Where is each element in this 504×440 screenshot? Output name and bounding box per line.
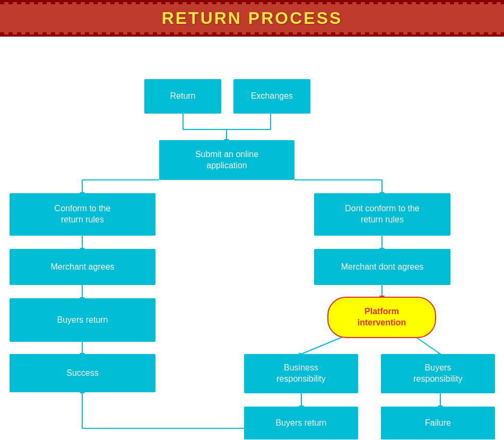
merchant-dont-box: Merchant dont agrees bbox=[314, 249, 450, 285]
merchant-agrees-box: Merchant agrees bbox=[10, 249, 155, 285]
dont-conform-box: Dont conform to the return rules bbox=[314, 193, 450, 236]
exchanges-box: Exchanges bbox=[233, 79, 310, 114]
return-box: Return bbox=[144, 79, 221, 114]
submit-box: Submit an online application bbox=[159, 140, 294, 180]
success-box: Success bbox=[10, 354, 155, 392]
failure-box: Failure bbox=[381, 407, 495, 439]
platform-box: Platform intervention bbox=[327, 297, 436, 338]
buyers-responsibility-box: Buyers responsibility bbox=[381, 354, 495, 393]
conform-box: Conform to the return rules bbox=[10, 193, 155, 236]
buyers-return-right-box: Buyers return bbox=[244, 407, 358, 439]
header: RETURN PROCESS bbox=[0, 0, 504, 37]
buyers-return-left-box: Buyers return bbox=[10, 298, 155, 342]
business-responsibility-box: Business responsibility bbox=[244, 354, 358, 393]
diagram: Return Exchanges Submit an online applic… bbox=[0, 37, 504, 440]
header-title: RETURN PROCESS bbox=[162, 8, 343, 28]
